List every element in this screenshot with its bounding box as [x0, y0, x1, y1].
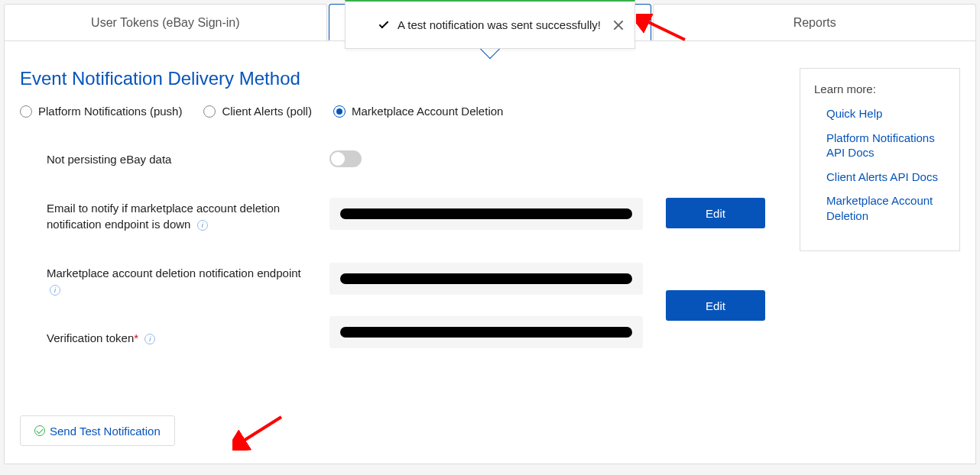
endpoint-value: [329, 263, 643, 295]
content-panel: Event Notification Delivery Method Platf…: [4, 40, 976, 464]
edit-endpoint-button[interactable]: Edit: [666, 290, 765, 321]
edit-email-button[interactable]: Edit: [666, 198, 765, 228]
radio-marketplace-account-deletion[interactable]: Marketplace Account Deletion: [333, 105, 503, 118]
radio-icon: [333, 105, 346, 118]
toast-message: A test notification was sent successfull…: [398, 18, 601, 31]
email-notify-value: [329, 198, 643, 230]
send-test-notification-button[interactable]: Send Test Notification: [20, 415, 175, 446]
toast-notification: A test notification was sent successfull…: [345, 0, 635, 49]
link-client-alerts-api-docs[interactable]: Client Alerts API Docs: [826, 170, 938, 183]
radio-icon: [203, 105, 216, 118]
info-icon[interactable]: i: [50, 285, 60, 296]
persist-data-toggle[interactable]: [329, 150, 362, 167]
endpoint-label: Marketplace account deletion notificatio…: [47, 263, 307, 297]
learn-more-title: Learn more:: [814, 82, 946, 95]
verification-token-value: [329, 316, 643, 348]
radio-client-alerts[interactable]: Client Alerts (poll): [203, 105, 312, 118]
link-platform-api-docs[interactable]: Platform Notifications API Docs: [826, 131, 935, 160]
verification-token-label: Verification token* i: [47, 328, 307, 346]
toggle-knob-icon: [331, 152, 345, 166]
redacted-value: [340, 208, 632, 219]
close-icon[interactable]: [613, 20, 624, 31]
tab-label: Reports: [793, 16, 836, 30]
page-title: Event Notification Delivery Method: [20, 68, 777, 89]
tab-reports[interactable]: Reports: [653, 4, 976, 40]
checkmark-icon: [379, 18, 389, 28]
send-button-label: Send Test Notification: [50, 425, 161, 438]
radio-label: Client Alerts (poll): [222, 105, 312, 118]
link-marketplace-account-deletion[interactable]: Marketplace Account Deletion: [826, 194, 933, 222]
info-icon[interactable]: i: [144, 334, 155, 344]
tab-user-tokens[interactable]: User Tokens (eBay Sign-in): [4, 4, 327, 40]
email-notify-label: Email to notify if marketplace account d…: [47, 198, 307, 232]
radio-label: Marketplace Account Deletion: [352, 105, 503, 118]
link-quick-help[interactable]: Quick Help: [826, 107, 882, 120]
radio-icon: [20, 105, 32, 118]
tab-label: User Tokens (eBay Sign-in): [91, 16, 239, 30]
radio-label: Platform Notifications (push): [38, 105, 182, 118]
check-circle-icon: [34, 425, 45, 436]
redacted-value: [340, 273, 632, 284]
delivery-method-radios: Platform Notifications (push) Client Ale…: [20, 105, 777, 118]
redacted-value: [340, 327, 632, 338]
learn-more-box: Learn more: Quick Help Platform Notifica…: [800, 68, 960, 251]
persist-data-label: Not persisting eBay data: [47, 149, 307, 167]
info-icon[interactable]: i: [197, 220, 208, 231]
radio-platform-notifications[interactable]: Platform Notifications (push): [20, 105, 182, 118]
